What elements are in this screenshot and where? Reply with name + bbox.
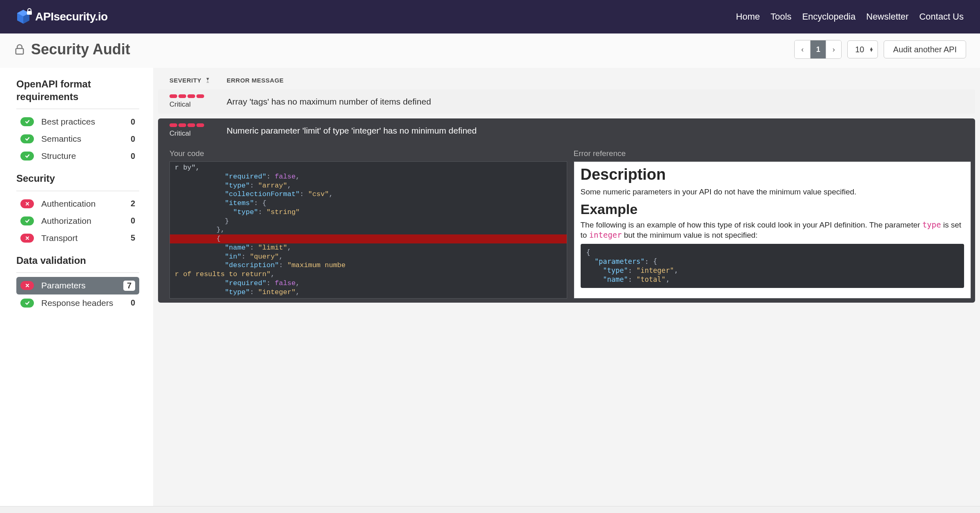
nav-tools[interactable]: Tools xyxy=(771,11,791,22)
check-icon xyxy=(20,216,34,225)
sidebar-item-label: Authentication xyxy=(41,199,123,209)
issue-row[interactable]: CriticalArray 'tags' has no maximum numb… xyxy=(158,89,975,114)
top-nav: APIsecurity.io Home Tools Encyclopedia N… xyxy=(0,0,980,33)
sidebar-item-count: 0 xyxy=(131,134,135,144)
th-severity[interactable]: SEVERITY ▼▲ xyxy=(169,77,227,84)
nav-encyclopedia[interactable]: Encyclopedia xyxy=(802,11,855,22)
pager-prev[interactable]: ‹ xyxy=(795,40,810,58)
sidebar-hscroll[interactable] xyxy=(0,506,153,512)
nav-newsletter[interactable]: Newsletter xyxy=(866,11,909,22)
nav-home[interactable]: Home xyxy=(736,11,760,22)
desc-heading: Description xyxy=(581,166,964,183)
divider xyxy=(16,109,139,109)
check-icon xyxy=(20,299,34,308)
sidebar-item[interactable]: Authorization0 xyxy=(16,212,139,230)
nav-contact[interactable]: Contact Us xyxy=(919,11,964,22)
check-icon xyxy=(20,152,34,161)
severity-pills-icon xyxy=(169,123,227,127)
sidebar-item-count: 5 xyxy=(131,233,135,243)
sidebar-item-count: 0 xyxy=(131,216,135,225)
issue-detail-panel: Your coder by", "required": false, "type… xyxy=(158,143,975,303)
divider xyxy=(16,191,139,191)
divider xyxy=(16,272,139,273)
x-icon xyxy=(20,234,34,243)
sidebar-item-label: Semantics xyxy=(41,134,123,144)
sidebar-item-label: Response headers xyxy=(41,298,123,308)
example-text: The following is an example of how this … xyxy=(581,220,964,241)
sidebar-item[interactable]: Semantics0 xyxy=(16,130,139,147)
sidebar-item[interactable]: Parameters7 xyxy=(16,277,139,294)
sidebar-item[interactable]: Authentication2 xyxy=(16,195,139,212)
error-reference-heading: Error reference xyxy=(574,149,971,158)
check-icon xyxy=(20,117,34,126)
sidebar-item-label: Best practices xyxy=(41,117,123,127)
sidebar-group-title: Data validation xyxy=(16,254,139,267)
header-controls: ‹ 1 › 10 ▲▼ Audit another API xyxy=(794,40,966,59)
page-size-select[interactable]: 10 ▲▼ xyxy=(847,40,878,58)
sidebar: OpenAPI format requirementsBest practice… xyxy=(0,68,153,512)
severity-label: Critical xyxy=(169,100,227,109)
stepper-icon: ▲▼ xyxy=(869,47,873,52)
issue-message: Numeric parameter 'limit' of type 'integ… xyxy=(227,126,975,136)
th-error: ERROR MESSAGE xyxy=(227,77,975,84)
sidebar-item[interactable]: Structure0 xyxy=(16,147,139,165)
severity-label: Critical xyxy=(169,129,227,138)
brand-name: APIsecurity.io xyxy=(35,10,108,23)
sidebar-item-count: 0 xyxy=(131,117,135,127)
severity-cell: Critical xyxy=(169,94,227,109)
lock-outline-icon xyxy=(14,43,25,56)
subheader: Security Audit ‹ 1 › 10 ▲▼ Audit another… xyxy=(0,33,980,68)
issue-row[interactable]: CriticalNumeric parameter 'limit' of typ… xyxy=(158,118,975,143)
x-icon xyxy=(20,281,34,290)
sidebar-item-label: Authorization xyxy=(41,216,123,226)
issues-table-header: SEVERITY ▼▲ ERROR MESSAGE xyxy=(158,68,975,89)
page-title: Security Audit xyxy=(31,41,130,58)
example-heading: Example xyxy=(581,201,964,217)
sidebar-item-label: Transport xyxy=(41,233,123,243)
pager-next[interactable]: › xyxy=(826,40,841,58)
desc-text: Some numeric parameters in your API do n… xyxy=(581,187,964,197)
svg-rect-3 xyxy=(27,11,32,15)
x-icon xyxy=(20,199,34,208)
sidebar-item-count: 7 xyxy=(123,281,135,291)
pager: ‹ 1 › xyxy=(794,40,842,59)
main-panel: SEVERITY ▼▲ ERROR MESSAGE CriticalArray … xyxy=(153,68,980,512)
main-hscroll[interactable] xyxy=(153,506,980,512)
nav-links: Home Tools Encyclopedia Newsletter Conta… xyxy=(736,11,964,22)
sidebar-item-count: 2 xyxy=(131,199,135,208)
app-body: OpenAPI format requirementsBest practice… xyxy=(0,68,980,512)
sidebar-item-label: Structure xyxy=(41,151,123,161)
reference-code: { "parameters": { "type": "integer", "na… xyxy=(581,244,964,288)
sidebar-item[interactable]: Response headers0 xyxy=(16,294,139,312)
page-title-wrap: Security Audit xyxy=(14,41,130,58)
check-icon xyxy=(20,134,34,143)
reference-pane[interactable]: DescriptionSome numeric parameters in yo… xyxy=(574,161,971,299)
sidebar-item-count: 0 xyxy=(131,298,135,308)
audit-another-button[interactable]: Audit another API xyxy=(884,40,966,58)
sidebar-item-count: 0 xyxy=(131,152,135,161)
sort-icon: ▼▲ xyxy=(205,78,210,83)
lock-icon xyxy=(26,8,33,16)
sidebar-item-label: Parameters xyxy=(41,281,116,290)
sidebar-item[interactable]: Best practices0 xyxy=(16,113,139,130)
sidebar-group-title: OpenAPI format requirements xyxy=(16,78,139,103)
sidebar-item[interactable]: Transport5 xyxy=(16,230,139,247)
sidebar-group-title: Security xyxy=(16,172,139,185)
severity-pills-icon xyxy=(169,94,227,98)
logo-cube-icon xyxy=(16,9,30,25)
svg-rect-4 xyxy=(16,49,23,54)
brand-logo[interactable]: APIsecurity.io xyxy=(16,9,108,25)
your-code-heading: Your code xyxy=(169,149,567,158)
page-size-value: 10 xyxy=(855,45,864,54)
severity-cell: Critical xyxy=(169,123,227,138)
pager-current[interactable]: 1 xyxy=(810,40,826,58)
issue-message: Array 'tags' has no maximum number of it… xyxy=(227,97,975,107)
code-pane[interactable]: r by", "required": false, "type": "array… xyxy=(169,161,567,299)
